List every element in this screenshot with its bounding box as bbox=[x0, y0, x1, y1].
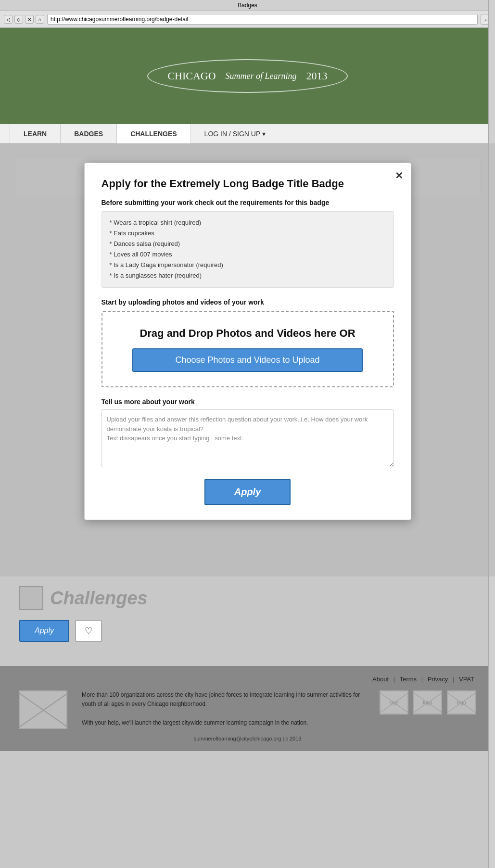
requirement-6: * Is a sunglasses hater (required) bbox=[110, 270, 386, 281]
challenges-title: Challenges bbox=[50, 588, 148, 609]
site-logo: CHICAGO Summer of Learning 2013 bbox=[147, 59, 347, 93]
requirement-4: * Loves all 007 movies bbox=[110, 249, 386, 260]
page-apply-button[interactable]: Apply bbox=[19, 620, 69, 642]
nav-login[interactable]: LOG IN / SIGN UP ▾ bbox=[196, 130, 274, 138]
browser-tab[interactable]: Badges bbox=[238, 2, 257, 9]
forward-btn[interactable]: ◇ bbox=[14, 15, 23, 24]
modal-apply-button[interactable]: Apply bbox=[204, 479, 291, 505]
tell-more-label: Tell us more about your work bbox=[102, 398, 394, 406]
requirement-2: * Eats cupcakes bbox=[110, 228, 386, 239]
footer-vpat-link[interactable]: VPAT bbox=[459, 676, 474, 683]
footer-about-link[interactable]: About bbox=[372, 676, 389, 683]
challenges-icon bbox=[19, 586, 43, 610]
sponsor-logo-2: logo bbox=[413, 690, 442, 715]
site-header: CHICAGO Summer of Learning 2013 bbox=[0, 28, 495, 124]
nav-challenges[interactable]: CHALLENGES bbox=[117, 124, 190, 143]
challenges-section: Challenges bbox=[19, 586, 476, 610]
back-btn[interactable]: ◁ bbox=[4, 15, 13, 24]
logo-subtitle: Summer of Learning bbox=[226, 71, 297, 81]
footer-description: More than 100 organizations across the c… bbox=[82, 690, 365, 728]
dropzone-text: Drag and Drop Photos and Videos here OR bbox=[112, 326, 383, 341]
upload-label: Start by uploading photos and videos of … bbox=[102, 298, 394, 306]
page-content: Challenges Apply ♡ bbox=[0, 576, 495, 666]
footer-logo bbox=[19, 690, 67, 729]
footer-links: About | Terms | Privacy | VPAT bbox=[19, 676, 476, 683]
logo-year-right: 2013 bbox=[306, 70, 328, 82]
footer-desc-p2: With your help, we'll launch the largest… bbox=[82, 718, 365, 728]
address-bar[interactable] bbox=[47, 14, 478, 25]
requirements-label: Before submitting your work check out th… bbox=[102, 199, 394, 206]
requirement-1: * Wears a tropical shirt (required) bbox=[110, 217, 386, 228]
action-buttons: Apply ♡ bbox=[19, 620, 476, 642]
logo-year-left: CHICAGO bbox=[167, 70, 216, 82]
close-btn[interactable]: ✕ bbox=[25, 15, 34, 24]
site-nav: LEARN BADGES CHALLENGES LOG IN / SIGN UP… bbox=[0, 124, 495, 143]
footer-privacy-link[interactable]: Privacy bbox=[428, 676, 448, 683]
modal-title: Apply for the Extremely Long Badge Title… bbox=[102, 178, 394, 190]
choose-files-button[interactable]: Choose Photos and Videos to Upload bbox=[132, 348, 363, 372]
heart-icon: ♡ bbox=[85, 626, 92, 636]
favorite-button[interactable]: ♡ bbox=[75, 620, 102, 642]
requirements-box: * Wears a tropical shirt (required) * Ea… bbox=[102, 211, 394, 288]
sponsor-logo-1: logo bbox=[380, 690, 408, 715]
sponsor-logo-3: logo bbox=[447, 690, 476, 715]
nav-badges[interactable]: BADGES bbox=[61, 124, 117, 143]
requirement-5: * Is a Lady Gaga impersonator (required) bbox=[110, 260, 386, 270]
requirement-3: * Dances salsa (required) bbox=[110, 239, 386, 249]
footer-main: More than 100 organizations across the c… bbox=[19, 690, 476, 729]
site-footer: About | Terms | Privacy | VPAT More than… bbox=[0, 666, 495, 751]
footer-desc-p1: More than 100 organizations across the c… bbox=[82, 690, 365, 709]
home-btn[interactable]: ⌂ bbox=[36, 15, 44, 24]
modal-overlay: ✕ Apply for the Extremely Long Badge Tit… bbox=[0, 143, 495, 576]
page-background: Extremely Long Badge Title ✕ Apply for t… bbox=[0, 143, 495, 576]
footer-terms-link[interactable]: Terms bbox=[400, 676, 417, 683]
sponsor-logos: logo logo logo bbox=[380, 690, 476, 715]
footer-right: logo logo logo bbox=[380, 690, 476, 715]
reflection-textarea[interactable]: Upload your files and answer this reflec… bbox=[102, 409, 394, 467]
browser-chrome: Badges ◁ ◇ ✕ ⌂ ⌕ bbox=[0, 0, 495, 28]
apply-modal: ✕ Apply for the Extremely Long Badge Tit… bbox=[84, 163, 411, 520]
modal-close-button[interactable]: ✕ bbox=[395, 170, 403, 181]
nav-learn[interactable]: LEARN bbox=[10, 124, 61, 143]
upload-dropzone[interactable]: Drag and Drop Photos and Videos here OR … bbox=[102, 311, 394, 388]
footer-copyright: summeroflearning@cityofchicago.org | c 2… bbox=[19, 736, 476, 741]
